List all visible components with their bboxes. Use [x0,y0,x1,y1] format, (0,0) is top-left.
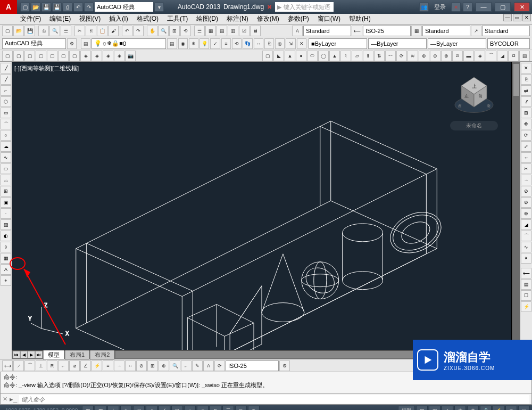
region-icon[interactable]: ◊ [1,242,11,252]
color-dropdown[interactable]: ■ ByLayer [309,38,367,49]
paste-icon[interactable]: 📋 [97,26,107,36]
layer-isolate2-icon[interactable]: ◎ [275,38,285,49]
doc-close-button[interactable]: ✕ [522,14,531,21]
menu-draw[interactable]: 绘图(D) [192,14,222,23]
3d-sweep-icon[interactable]: 〰 [385,51,396,61]
view-left-icon[interactable]: ▢ [36,51,46,61]
workspace-dropdown-2[interactable]: AutoCAD 经典 [2,38,66,49]
polar-tracking-button[interactable]: ✴ [120,406,132,410]
quick-view-layouts-button[interactable]: ▤ [416,406,428,410]
publish-icon[interactable]: ☰ [61,26,71,36]
spline-icon[interactable]: ∿ [1,152,11,163]
make-block-icon[interactable]: ▣ [1,197,11,208]
view-nw-iso-icon[interactable]: ◈ [114,51,124,61]
3d-cylinder-icon[interactable]: ⬭ [307,51,318,61]
vertical-scrollbar[interactable] [512,62,520,359]
3d-fillet-icon[interactable]: ⌒ [486,51,496,61]
annotation-visibility-button[interactable]: 👁 [454,406,466,410]
offset-icon[interactable]: ⫽ [521,96,531,107]
line-icon[interactable]: ╱ [1,63,11,73]
maximize-button[interactable]: ▢ [495,2,511,12]
mleader-style-dropdown[interactable]: Standard [482,26,530,36]
arc-icon[interactable]: ⌒ [1,119,11,129]
layer-states-icon[interactable]: ▤ [167,38,177,49]
3d-planar-icon[interactable]: ▱ [352,51,362,61]
minimize-button[interactable]: — [476,2,492,12]
gradient-icon[interactable]: ◐ [1,231,11,241]
extend-icon[interactable]: → [521,175,531,185]
3d-sphere-icon[interactable]: ● [296,51,306,61]
tab-layout1[interactable]: 布局1 [65,350,89,360]
tab-next-button[interactable]: ▶ [28,351,35,358]
mirror-icon[interactable]: ⇄ [521,85,531,96]
layer-manager-icon[interactable]: ▤ [81,38,90,49]
3d-pyramid-icon[interactable]: ▲ [329,51,340,61]
qat-saveas-icon[interactable]: 💾 [52,2,62,12]
ortho-mode-button[interactable]: ⊥ [107,406,119,410]
mtext-icon[interactable]: A [1,264,11,275]
plotstyle-dropdown[interactable]: BYCOLOR [487,38,530,49]
save-icon[interactable]: 💾 [24,26,35,36]
clean-screen-button[interactable]: ▢ [518,406,530,410]
add-selected-icon[interactable]: + [1,275,11,286]
menu-tools[interactable]: 工具(T) [163,14,192,23]
osnap-button[interactable]: ◻ [133,406,145,410]
app-logo[interactable]: A [0,0,17,14]
3d-revolve-icon[interactable]: ⟳ [396,51,407,61]
doc-restore-button[interactable]: ▭ [513,14,521,21]
break-icon[interactable]: ⊘ [521,197,531,208]
break-at-point-icon[interactable]: ⊘ [521,186,531,196]
menu-help[interactable]: 帮助(H) [345,14,375,23]
rectangle-icon[interactable]: ▭ [1,108,11,118]
dim-edit-icon[interactable]: ✎ [192,360,203,371]
login-button[interactable]: 登录 [431,3,449,11]
dim-ordinate-icon[interactable]: ⊥ [36,360,46,371]
print-icon[interactable]: ⎙ [38,26,49,36]
chamfer-icon[interactable]: ◢ [521,219,531,230]
ellipse-arc-icon[interactable]: ⌓ [1,175,11,185]
3d-loft-icon[interactable]: ≋ [408,51,418,61]
workspace-dropdown[interactable]: AutoCAD 经典 [95,2,153,12]
dim-arc-icon[interactable]: ⌒ [24,360,35,371]
tab-prev-button[interactable]: ◀ [20,351,28,358]
dim-style-dd[interactable]: ISO-25 [226,360,279,371]
linetype-dropdown[interactable]: — ByLayer [368,38,427,49]
dim-style-control-icon[interactable]: ⚙ [279,360,290,371]
center-mark-icon[interactable]: ⊕ [159,360,169,371]
toolbar-lock-button[interactable]: 🔒 [480,406,492,410]
dim-style-dropdown[interactable]: ISO-25 [363,26,411,36]
tab-layout2[interactable]: 布局2 [90,350,114,360]
dim-continue-icon[interactable]: → [114,360,124,371]
layer-merge-icon[interactable]: ⇲ [286,38,295,49]
menu-view[interactable]: 视图(V) [75,14,105,23]
layer-copy-icon[interactable]: ⎘ [264,38,274,49]
zoom-previous-icon[interactable]: ⟲ [180,26,191,36]
view-top-icon[interactable]: ▢ [13,51,24,61]
menu-parametric[interactable]: 参数(P) [284,14,313,23]
3d-box-icon[interactable]: ▢ [262,51,273,61]
qat-redo-icon[interactable]: ↷ [84,2,94,12]
coordinates-display[interactable]: 1062.8976, 1799.1253, 0.0000 [2,408,81,411]
close-button[interactable]: ✕ [514,2,530,12]
view-front-icon[interactable]: ▢ [58,51,69,61]
qat-open-icon[interactable]: 📂 [31,2,40,12]
zoom-realtime-icon[interactable]: 🔍 [158,26,169,36]
text-style-dropdown[interactable]: Standard [303,26,351,36]
view-sw-iso-icon[interactable]: ◈ [80,51,91,61]
quick-view-drawings-button[interactable]: ▥ [429,406,440,410]
view-camera-icon[interactable]: 📷 [125,51,136,61]
layer-off-icon[interactable]: 💡 [200,38,209,49]
qat-print-icon[interactable]: ⎙ [63,2,72,12]
select-all-icon[interactable]: ☐ [521,290,531,301]
3d-union-icon[interactable]: ⊕ [419,51,429,61]
hardware-accel-button[interactable]: ⚡ [493,406,504,410]
sheet-set-icon[interactable]: ▥ [228,26,238,36]
dim-angular-icon[interactable]: ∠ [80,360,91,371]
point-icon[interactable]: · [1,208,11,219]
dim-aligned-icon[interactable]: ⟋ [13,360,24,371]
viewport[interactable]: [-][西南等轴测][二维线框] [12,62,512,350]
draworder-icon[interactable]: ▤ [521,279,531,290]
viewcube-badge[interactable]: 未命名 [450,121,498,130]
table-style-icon[interactable]: ▦ [411,26,422,36]
model-space-button[interactable]: 模型 [398,406,415,410]
